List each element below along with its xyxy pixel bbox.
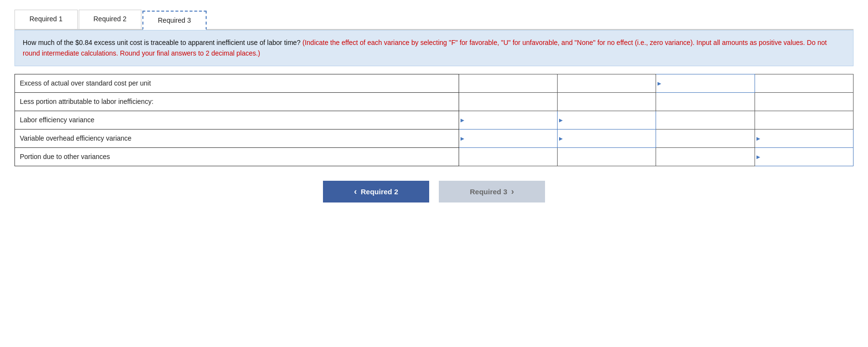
input-cell-row4-col2 [459, 147, 557, 166]
next-button-label: Required 3 [470, 188, 507, 196]
input-cell-row3-col3: ▶ [557, 129, 656, 147]
tab-required1-label: Required 1 [29, 15, 63, 23]
chevron-right-icon [511, 187, 514, 197]
input-field-row3-col4[interactable] [661, 133, 749, 144]
input-field-row0-col4[interactable] [661, 78, 749, 89]
input-field-row1-col3[interactable] [562, 96, 651, 107]
tab-required3-label: Required 3 [158, 16, 191, 24]
question-text: How much of the $0.84 excess unit cost i… [23, 39, 301, 46]
arrow-indicator-icon: ▶ [461, 117, 464, 123]
input-field-row0-col3[interactable] [562, 78, 651, 89]
input-field-row3-col5[interactable] [760, 133, 848, 144]
input-field-row2-col3[interactable] [562, 115, 651, 126]
tab-required1[interactable]: Required 1 [14, 10, 78, 29]
table-row: Less portion attributable to labor ineff… [15, 92, 854, 111]
bottom-nav: Required 2 Required 3 [14, 181, 854, 202]
input-cell-row4-col3 [557, 147, 656, 166]
input-field-row1-col4[interactable] [661, 96, 749, 107]
input-cell-row0-col2 [459, 74, 557, 92]
next-button[interactable]: Required 3 [439, 181, 545, 202]
input-cell-row2-col4 [656, 111, 755, 129]
input-field-row1-col2[interactable] [464, 96, 552, 107]
arrow-indicator-icon: ▶ [756, 136, 760, 141]
input-cell-row3-col5: ▶ [755, 129, 853, 147]
data-table: Excess of actual over standard cost per … [14, 74, 854, 166]
input-field-row2-col2[interactable] [464, 115, 552, 126]
back-button[interactable]: Required 2 [323, 181, 429, 202]
input-cell-row1-col5 [755, 92, 853, 111]
tab-required3[interactable]: Required 3 [142, 11, 207, 30]
input-field-row1-col5[interactable] [760, 96, 848, 107]
input-field-row2-col4[interactable] [661, 115, 749, 126]
row-label: Excess of actual over standard cost per … [15, 74, 459, 92]
input-cell-row1-col3 [557, 92, 656, 111]
input-field-row0-col2[interactable] [464, 78, 552, 89]
table-row: Excess of actual over standard cost per … [15, 74, 854, 92]
input-field-row4-col4[interactable] [661, 151, 749, 162]
input-field-row3-col3[interactable] [562, 133, 651, 144]
input-cell-row3-col2: ▶ [459, 129, 557, 147]
input-field-row3-col2[interactable] [464, 133, 552, 144]
arrow-indicator-icon: ▶ [461, 136, 464, 141]
tab-required2[interactable]: Required 2 [79, 10, 142, 29]
table-row: Labor efficiency variance▶▶ [15, 111, 854, 129]
input-field-row4-col3[interactable] [562, 151, 651, 162]
input-field-row0-col5[interactable] [760, 78, 848, 89]
arrow-indicator-icon: ▶ [559, 117, 563, 123]
input-cell-row1-col2 [459, 92, 557, 111]
input-field-row4-col5[interactable] [760, 151, 848, 162]
input-cell-row0-col3 [557, 74, 656, 92]
arrow-indicator-icon: ▶ [756, 154, 760, 159]
table-row: Portion due to other variances▶ [15, 147, 854, 166]
input-field-row4-col2[interactable] [464, 151, 552, 162]
table-row: Variable overhead efficiency variance▶▶▶ [15, 129, 854, 147]
chevron-left-icon [354, 187, 357, 197]
input-cell-row4-col5: ▶ [755, 147, 853, 166]
info-box: How much of the $0.84 excess unit cost i… [14, 30, 854, 66]
arrow-indicator-icon: ▶ [658, 81, 661, 86]
tab-required2-label: Required 2 [94, 15, 127, 23]
input-field-row2-col5[interactable] [760, 115, 848, 126]
input-cell-row1-col4 [656, 92, 755, 111]
input-cell-row0-col4: ▶ [656, 74, 755, 92]
tabs-row: Required 1 Required 2 Required 3 [14, 10, 854, 30]
input-cell-row2-col2: ▶ [459, 111, 557, 129]
input-cell-row3-col4 [656, 129, 755, 147]
input-cell-row4-col4 [656, 147, 755, 166]
input-cell-row0-col5 [755, 74, 853, 92]
row-label: Variable overhead efficiency variance [15, 129, 459, 147]
row-label: Labor efficiency variance [15, 111, 459, 129]
row-label: Less portion attributable to labor ineff… [15, 92, 459, 111]
input-cell-row2-col3: ▶ [557, 111, 656, 129]
arrow-indicator-icon: ▶ [559, 136, 563, 141]
back-button-label: Required 2 [361, 188, 398, 196]
page-container: Required 1 Required 2 Required 3 How muc… [0, 0, 868, 347]
input-cell-row2-col5 [755, 111, 853, 129]
row-label: Portion due to other variances [15, 147, 459, 166]
